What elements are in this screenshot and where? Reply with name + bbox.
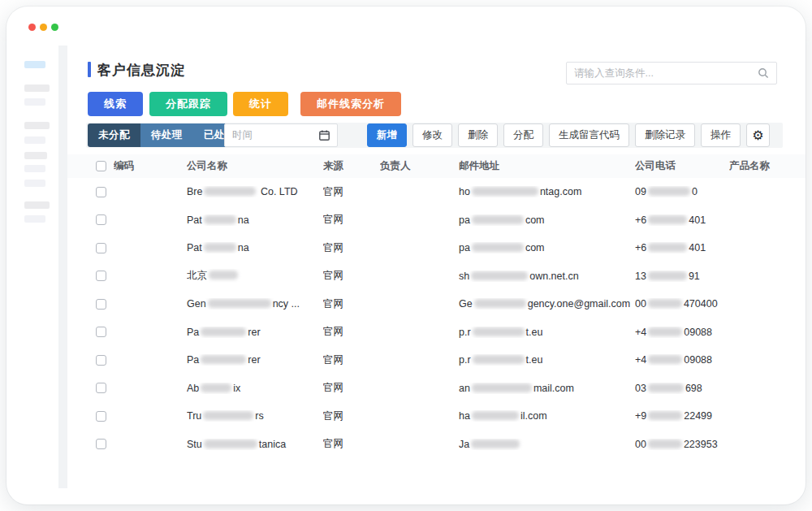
- cell-source: 官网: [323, 409, 380, 423]
- date-placeholder: 时间: [232, 128, 319, 142]
- app-window: 客户信息沉淀 线索分配跟踪统计邮件线索分析 未分配待处理已处理 时间 新增修改删…: [6, 6, 806, 505]
- cell-phone: 00470400: [635, 298, 729, 310]
- redacted-text: [204, 215, 236, 224]
- nav-button-4[interactable]: 邮件线索分析: [300, 92, 401, 116]
- table-row[interactable]: Parer官网p.rt.eu+409088: [67, 318, 806, 347]
- title-accent-bar: [88, 62, 91, 77]
- table-row[interactable]: Genncy ...官网Gegency.one@gmail.com0047040…: [67, 290, 806, 318]
- table-header-row: 编码公司名称来源负责人邮件地址公司电话产品名称: [67, 154, 806, 178]
- redacted-text: [648, 243, 687, 252]
- sidebar-skeleton-bar: [24, 122, 50, 129]
- cell-phone: 00223953: [635, 439, 729, 450]
- search-input[interactable]: [574, 67, 758, 79]
- redacted-text: [648, 355, 682, 364]
- cell-company-name: 北京: [187, 269, 323, 283]
- sidebar-divider: [58, 45, 67, 488]
- nav-button-3[interactable]: 统计: [233, 92, 288, 116]
- cell-company-name: Stutanica: [187, 439, 323, 450]
- cell-phone: +409088: [635, 354, 729, 366]
- action-button-6[interactable]: 删除记录: [635, 123, 695, 147]
- redacted-text: [471, 440, 520, 448]
- nav-button-1[interactable]: 线索: [88, 92, 143, 116]
- redacted-text: [648, 299, 682, 308]
- sidebar-skeleton-bar: [24, 136, 45, 144]
- action-button-3[interactable]: 删除: [458, 123, 498, 147]
- table-row[interactable]: Stutanica官网Ja00223953: [67, 431, 806, 459]
- redacted-text: [472, 411, 519, 420]
- redacted-text: [474, 299, 526, 308]
- action-button-5[interactable]: 生成留言代码: [549, 123, 629, 147]
- select-all-checkbox[interactable]: [96, 161, 106, 171]
- table-row[interactable]: Patna官网pacom+6401: [67, 234, 806, 262]
- table-row[interactable]: Parer官网p.rt.eu+409088: [67, 346, 806, 375]
- redacted-text: [648, 327, 682, 336]
- redacted-text: [473, 355, 525, 364]
- filter-tab-1[interactable]: 未分配: [88, 123, 140, 147]
- row-checkbox[interactable]: [96, 187, 106, 197]
- redacted-text: [473, 327, 525, 336]
- row-checkbox[interactable]: [96, 299, 106, 310]
- minimize-button[interactable]: [40, 24, 47, 31]
- cell-email: hail.com: [459, 410, 635, 422]
- redacted-text: [208, 299, 271, 308]
- redacted-text: [472, 243, 524, 252]
- column-header: 来源: [323, 159, 380, 173]
- date-filter[interactable]: 时间: [224, 123, 338, 147]
- cell-source: 官网: [323, 437, 380, 451]
- cell-email: pacom: [459, 214, 635, 226]
- row-checkbox[interactable]: [96, 355, 106, 366]
- action-button-1[interactable]: 新增: [367, 123, 407, 147]
- column-header: 负责人: [380, 159, 459, 173]
- cell-email: shown.net.cn: [459, 271, 635, 282]
- row-checkbox[interactable]: [96, 271, 106, 281]
- row-checkbox[interactable]: [96, 411, 106, 422]
- cell-source: 官网: [323, 269, 380, 283]
- gear-icon[interactable]: ⚙: [746, 123, 770, 147]
- column-header: 公司名称: [187, 159, 323, 173]
- row-checkbox[interactable]: [96, 327, 106, 337]
- cell-company-name: Patna: [187, 214, 323, 226]
- table-row[interactable]: Abix官网anmail.com03698: [67, 375, 806, 403]
- redacted-text: [472, 383, 532, 392]
- search-icon[interactable]: [758, 67, 769, 79]
- redacted-text: [203, 411, 253, 420]
- action-buttons: 新增修改删除分配生成留言代码删除记录操作⚙: [367, 123, 770, 147]
- table-body: Bre Co. LTD官网hontag.com090Patna官网pacom+6…: [67, 178, 806, 458]
- table-row[interactable]: 北京官网shown.net.cn1391: [67, 262, 806, 291]
- cell-source: 官网: [323, 325, 380, 339]
- sidebar-skeleton-bar: [24, 165, 45, 172]
- row-checkbox[interactable]: [96, 214, 106, 225]
- zoom-button[interactable]: [51, 24, 58, 31]
- action-button-4[interactable]: 分配: [503, 123, 543, 147]
- sidebar-skeleton-bar: [24, 215, 45, 223]
- row-checkbox[interactable]: [96, 439, 106, 449]
- table-row[interactable]: Bre Co. LTD官网hontag.com090: [67, 178, 806, 206]
- nav-button-2[interactable]: 分配跟踪: [149, 92, 227, 116]
- redacted-text: [648, 271, 687, 280]
- row-checkbox[interactable]: [96, 243, 106, 253]
- redacted-text: [648, 215, 687, 224]
- module-nav: 线索分配跟踪统计邮件线索分析: [88, 92, 401, 116]
- cell-email: pacom: [459, 242, 635, 253]
- action-button-7[interactable]: 操作: [701, 123, 741, 147]
- action-button-2[interactable]: 修改: [412, 123, 452, 147]
- close-button[interactable]: [28, 24, 36, 31]
- customer-table: 编码公司名称来源负责人邮件地址公司电话产品名称 Bre Co. LTD官网hon…: [67, 154, 806, 483]
- row-checkbox[interactable]: [96, 383, 106, 393]
- cell-company-name: Abix: [187, 383, 323, 394]
- sidebar-skeleton-bar: [24, 180, 45, 187]
- column-header: 产品名称: [729, 159, 806, 173]
- filter-tab-2[interactable]: 待处理: [140, 123, 193, 147]
- redacted-text: [201, 327, 246, 336]
- redacted-text: [472, 215, 524, 224]
- table-row[interactable]: Patna官网pacom+6401: [67, 206, 806, 235]
- cell-email: Ja: [459, 439, 635, 450]
- redacted-text: [204, 243, 236, 252]
- redacted-text: [201, 383, 231, 392]
- cell-source: 官网: [323, 297, 380, 311]
- cell-phone: +409088: [635, 327, 729, 338]
- table-row[interactable]: Trurs官网hail.com+922499: [67, 402, 806, 431]
- cell-phone: 03698: [635, 383, 729, 394]
- cell-source: 官网: [323, 213, 380, 227]
- sidebar-skeleton-bar: [24, 201, 50, 209]
